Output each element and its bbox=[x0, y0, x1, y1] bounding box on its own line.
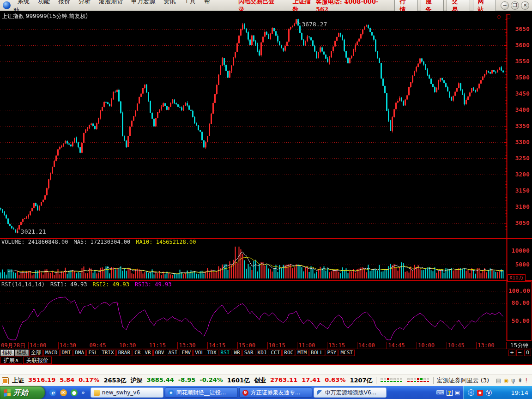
index-quote-value[interactable]: 2653亿 bbox=[103, 376, 126, 385]
rsi-header-segment: RSI3: 49.93 bbox=[135, 281, 171, 288]
indicator-tab[interactable]: MACD bbox=[43, 350, 60, 356]
indicator-tab[interactable]: TRIX bbox=[100, 350, 116, 356]
indicator-tab[interactable]: EMV bbox=[180, 350, 193, 356]
indicator-tab[interactable]: DMI bbox=[60, 350, 73, 356]
arrows-icon[interactable]: ⇞ bbox=[518, 377, 522, 384]
market-breadth-widget-2[interactable] bbox=[406, 378, 430, 384]
indicator-tab[interactable]: DMA bbox=[73, 350, 86, 356]
task-button[interactable]: e同花顺财经__让投... bbox=[165, 387, 238, 398]
index-quote-value[interactable]: 上证 bbox=[12, 376, 24, 385]
document-icon[interactable]: ▤ bbox=[496, 377, 501, 384]
alert-icon[interactable]: ! bbox=[525, 377, 527, 384]
menu-item[interactable]: 申万宏源 bbox=[127, 0, 159, 6]
menu-bar: 系统功能报价分析港股期货申万宏源资讯工具帮助 闪电交易已登录 上证指数 客服电话… bbox=[0, 0, 532, 11]
restore-button[interactable]: ❐ bbox=[511, 1, 519, 10]
indicator-tab[interactable]: WR bbox=[232, 350, 242, 356]
axis-tick-label: 3250 bbox=[508, 155, 530, 162]
internet-explorer-icon[interactable]: e bbox=[49, 389, 56, 396]
task-button[interactable]: new_swhy_v6 bbox=[91, 387, 163, 398]
close-button[interactable]: ✕ bbox=[521, 1, 529, 10]
market-status-bar: 上证3516.195.840.17%2653亿沪深3685.44-8.95-0.… bbox=[0, 375, 532, 386]
index-quote-value[interactable]: 1207亿 bbox=[350, 376, 372, 385]
menu-item[interactable]: 工具 bbox=[180, 0, 200, 6]
indicator-tab[interactable]: ROC bbox=[282, 350, 295, 356]
pane-corner-icons[interactable]: ◇ ❐ bbox=[497, 13, 512, 20]
indicator-tab[interactable]: BOLL bbox=[309, 350, 325, 356]
index-quote-value[interactable]: 1601亿 bbox=[227, 376, 250, 385]
index-quote-value[interactable]: -0.24% bbox=[200, 376, 223, 385]
menu-item[interactable]: 分析 bbox=[74, 0, 95, 6]
axis-tick-label: 3550 bbox=[508, 58, 530, 65]
quick-launch-overflow-chevron[interactable]: » bbox=[81, 389, 85, 396]
index-quote-value[interactable]: 沪深 bbox=[131, 376, 143, 385]
task-button[interactable]: 9方正证券泉友通专... bbox=[239, 387, 312, 398]
minimize-button[interactable]: − bbox=[501, 1, 509, 10]
time-axis-label: 14:15 bbox=[208, 342, 238, 349]
collapse-chevron-icon[interactable]: ‹ bbox=[468, 389, 474, 396]
indicator-tab[interactable]: RSI bbox=[219, 350, 232, 356]
index-quote-value[interactable]: 0.17% bbox=[79, 376, 99, 385]
window-switch-icon[interactable] bbox=[2, 377, 9, 384]
axis-tick-label: 3050 bbox=[508, 219, 530, 226]
menu-item[interactable]: 功能 bbox=[34, 0, 54, 6]
messenger-icon[interactable]: ● bbox=[71, 389, 78, 396]
signal-icon[interactable]: ψ bbox=[511, 377, 515, 384]
indicator-tab[interactable]: ASI bbox=[167, 350, 180, 356]
indicator-tab[interactable]: KDJ bbox=[256, 350, 269, 356]
index-quote-value[interactable]: 创业 bbox=[254, 376, 266, 385]
empty-panel bbox=[0, 365, 532, 375]
tab-scroll-button[interactable]: − bbox=[516, 350, 523, 356]
index-quote-value[interactable]: 0.63% bbox=[325, 376, 345, 385]
mail-icon[interactable]: ✉ bbox=[60, 389, 67, 396]
rsi-header-segment: RSI1: 49.93 bbox=[50, 281, 87, 288]
indicator-tab[interactable]: 全部 bbox=[29, 350, 43, 356]
index-quote-value[interactable]: 17.41 bbox=[302, 376, 320, 385]
shield-icon[interactable]: V bbox=[486, 390, 492, 396]
period-label[interactable]: 15分钟 bbox=[507, 342, 532, 349]
index-quote-value[interactable]: -8.95 bbox=[178, 376, 195, 385]
tab-scroll-button[interactable]: 0 bbox=[524, 350, 531, 356]
rsi-pane-header: RSI(14,14,14)RSI1: 49.93RSI2: 49.93RSI3:… bbox=[1, 281, 177, 288]
chart-canvas[interactable] bbox=[0, 11, 532, 342]
indicator-tab[interactable]: VR bbox=[143, 350, 152, 356]
keyboard-icon[interactable]: ⌨ bbox=[436, 389, 444, 396]
index-quote-value[interactable]: 5.84 bbox=[60, 376, 74, 385]
windows-taskbar: 开始 e ✉ ● » new_swhy_v6e同花顺财经__让投...9方正证券… bbox=[0, 386, 532, 399]
indicator-tab[interactable]: SAR bbox=[242, 350, 255, 356]
start-button[interactable]: 开始 bbox=[0, 386, 45, 399]
divider bbox=[376, 377, 376, 384]
menu-item[interactable]: 资讯 bbox=[159, 0, 180, 6]
indicator-tab[interactable]: MTM bbox=[296, 350, 308, 356]
indicator-tab[interactable]: MCST bbox=[339, 350, 355, 356]
time-axis-label: 10:00 bbox=[417, 342, 447, 349]
indicator-tab[interactable]: 模板 bbox=[15, 350, 29, 356]
market-breadth-widget-1[interactable] bbox=[380, 378, 403, 384]
indicator-tab[interactable]: OBV bbox=[153, 350, 166, 356]
money-icon[interactable]: ◉ bbox=[504, 377, 508, 384]
time-axis-label: 11:00 bbox=[297, 342, 327, 349]
help-icon[interactable]: ? bbox=[447, 390, 453, 396]
indicator-tab[interactable]: 指标 bbox=[0, 350, 14, 356]
tab-scroll-button[interactable]: + bbox=[508, 350, 515, 356]
extension-tab[interactable]: 扩展∧ bbox=[0, 357, 22, 364]
clock[interactable]: 19:14 bbox=[511, 389, 528, 396]
index-quote-value[interactable]: 2763.11 bbox=[270, 376, 297, 385]
indicator-tab[interactable]: FSL bbox=[86, 350, 99, 356]
printer-icon[interactable]: ▣ bbox=[455, 389, 460, 396]
indicator-tab[interactable]: BRAR bbox=[116, 350, 133, 356]
indicator-tab[interactable]: PSY bbox=[326, 350, 339, 356]
time-axis-label: 14:00 bbox=[357, 342, 387, 349]
task-button[interactable]: 申万宏源增强版V6... bbox=[314, 387, 387, 398]
broker-server-label[interactable]: 宏源证券阿里云 (3) bbox=[437, 376, 490, 385]
menu-item[interactable]: 港股期货 bbox=[95, 0, 127, 6]
menu-item[interactable]: 报价 bbox=[54, 0, 74, 6]
indicator-tab[interactable]: CR bbox=[133, 350, 142, 356]
time-axis-label: 13:30 bbox=[178, 342, 208, 349]
index-quote-value[interactable]: 3516.19 bbox=[28, 376, 55, 385]
indicator-tab[interactable]: CCI bbox=[269, 350, 282, 356]
extension-tab[interactable]: 关联报价 bbox=[23, 357, 52, 364]
menu-item[interactable]: 系统 bbox=[13, 0, 34, 6]
securities-tray-icon[interactable]: ◆ bbox=[477, 390, 483, 396]
indicator-tab[interactable]: VOL-TDX bbox=[193, 350, 218, 356]
index-quote-value[interactable]: 3685.44 bbox=[147, 376, 174, 385]
